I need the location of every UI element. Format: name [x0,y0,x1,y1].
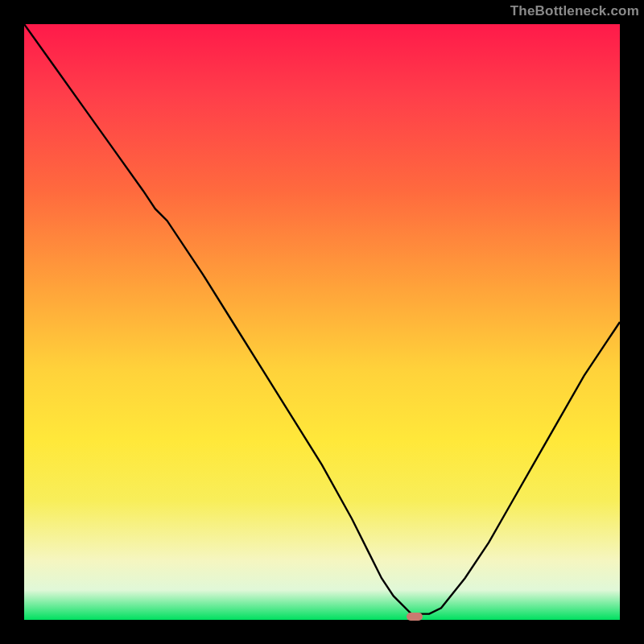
optimal-marker [407,613,423,621]
bottleneck-curve [24,24,620,614]
plot-area [24,24,620,620]
curve-svg [24,24,620,620]
chart-container: TheBottleneck.com [0,0,644,644]
watermark-text: TheBottleneck.com [510,3,639,19]
